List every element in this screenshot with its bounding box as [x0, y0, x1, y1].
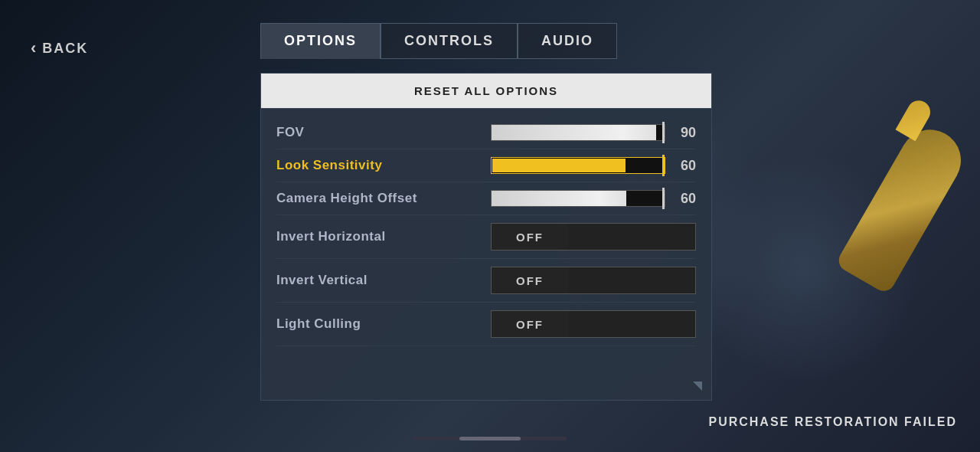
light-culling-control: OFF: [491, 310, 696, 338]
light-culling-row: Light Culling OFF: [276, 303, 696, 346]
camera-height-offset-value: 60: [673, 191, 696, 207]
tab-bar: OPTIONS CONTROLS AUDIO: [260, 23, 617, 59]
scrollbar-thumb: [459, 437, 521, 441]
fov-row: FOV 90: [276, 116, 696, 149]
invert-vertical-row: Invert Vertical OFF: [276, 259, 696, 303]
look-sensitivity-value: 60: [673, 158, 696, 174]
scrollbar[interactable]: [413, 437, 567, 441]
look-sensitivity-fill: [492, 158, 626, 173]
invert-horizontal-dark-area: [568, 224, 695, 250]
back-chevron-icon: ‹: [31, 38, 38, 58]
camera-height-offset-fill: [492, 191, 626, 206]
invert-horizontal-row: Invert Horizontal OFF: [276, 215, 696, 259]
camera-height-offset-control: 60: [491, 190, 696, 207]
invert-vertical-dark-area: [568, 267, 695, 293]
invert-horizontal-label: Invert Horizontal: [276, 229, 491, 244]
invert-vertical-control: OFF: [491, 267, 696, 294]
camera-height-offset-label: Camera Height Offset: [276, 191, 491, 206]
purchase-restoration-message: PURCHASE RESTORATION FAILED: [708, 415, 957, 429]
camera-height-offset-row: Camera Height Offset 60: [276, 182, 696, 215]
tab-controls[interactable]: CONTROLS: [381, 23, 518, 59]
camera-height-offset-handle: [662, 188, 665, 209]
settings-list: FOV 90 Look Sensitivity 60 Camer: [261, 109, 711, 354]
invert-vertical-label: Invert Vertical: [276, 273, 491, 288]
fov-slider[interactable]: [491, 124, 665, 141]
back-button-label: BACK: [42, 41, 88, 57]
look-sensitivity-handle: [662, 155, 665, 176]
light-culling-toggle[interactable]: OFF: [491, 310, 696, 338]
fov-control: 90: [491, 124, 696, 141]
tab-audio[interactable]: AUDIO: [518, 23, 617, 59]
back-button[interactable]: ‹ BACK: [31, 38, 88, 58]
reset-all-button[interactable]: RESET ALL OPTIONS: [261, 74, 711, 109]
camera-height-offset-slider[interactable]: [491, 190, 665, 207]
light-culling-label: Light Culling: [276, 316, 491, 332]
look-sensitivity-row: Look Sensitivity 60: [276, 149, 696, 182]
look-sensitivity-control: 60: [491, 157, 696, 174]
fov-label: FOV: [276, 125, 491, 140]
light-culling-off-label: OFF: [492, 311, 568, 337]
invert-vertical-off-label: OFF: [492, 267, 568, 293]
options-panel: RESET ALL OPTIONS FOV 90 Look Sensitivit…: [260, 73, 712, 401]
fov-slider-handle: [662, 122, 665, 143]
invert-horizontal-toggle[interactable]: OFF: [491, 223, 696, 251]
invert-vertical-toggle[interactable]: OFF: [491, 267, 696, 294]
look-sensitivity-slider[interactable]: [491, 157, 665, 174]
invert-horizontal-off-label: OFF: [492, 224, 568, 250]
fov-value: 90: [673, 125, 696, 141]
invert-horizontal-control: OFF: [491, 223, 696, 251]
fov-slider-fill: [492, 125, 656, 140]
corner-decoration: [693, 382, 702, 391]
light-culling-dark-area: [568, 311, 695, 337]
look-sensitivity-label: Look Sensitivity: [276, 158, 491, 173]
tab-options[interactable]: OPTIONS: [260, 23, 381, 59]
